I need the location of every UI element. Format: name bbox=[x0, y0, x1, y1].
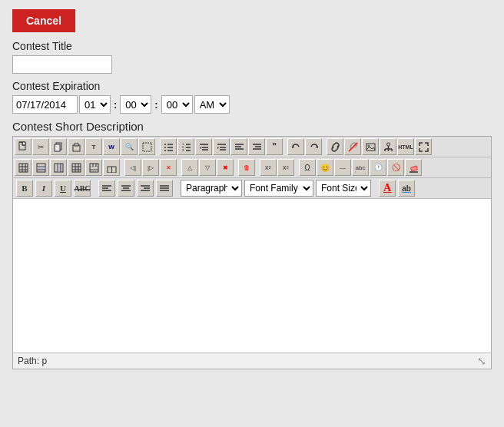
tb-select-all-btn[interactable] bbox=[138, 138, 155, 155]
tb-delete-table-btn[interactable]: 🗑 bbox=[238, 159, 255, 176]
tb-anchor-btn[interactable] bbox=[380, 138, 396, 155]
svg-point-10 bbox=[164, 144, 166, 145]
font-family-select[interactable]: Font Family Arial Courier New Georgia Ti… bbox=[244, 180, 313, 197]
tb-cut-btn[interactable]: ✂ bbox=[32, 138, 49, 155]
contest-expiration-group: Contest Expiration 01020304 05060708 091… bbox=[12, 80, 492, 114]
editor-path-text: Path: p bbox=[18, 356, 47, 366]
svg-point-12 bbox=[164, 150, 166, 151]
cancel-button[interactable]: Cancel bbox=[12, 9, 75, 32]
tb-paste-word-btn[interactable]: W bbox=[103, 138, 120, 155]
italic-btn[interactable]: I bbox=[35, 180, 52, 197]
paragraph-format-select[interactable]: Paragraph Heading 1 Heading 2 Heading 3 bbox=[181, 180, 242, 197]
tb-special-char-btn[interactable]: Ω bbox=[299, 159, 316, 176]
tb-table-row-btn[interactable] bbox=[32, 159, 49, 176]
svg-rect-60 bbox=[75, 167, 78, 170]
contest-title-label: Contest Title bbox=[12, 40, 492, 52]
tb-blockquote-btn[interactable]: " bbox=[266, 138, 283, 155]
toolbar-sep-7 bbox=[256, 160, 259, 175]
tb-link-btn[interactable] bbox=[327, 138, 343, 155]
strikethrough-btn[interactable]: ABC bbox=[74, 180, 91, 197]
bg-color-btn[interactable]: ab bbox=[398, 180, 415, 197]
tb-outdent-btn[interactable] bbox=[195, 138, 212, 155]
toolbar-sep-1 bbox=[156, 139, 159, 154]
tb-find-btn[interactable]: 🔍 bbox=[121, 138, 138, 155]
tb-clear-format-btn[interactable]: 🚫 bbox=[387, 159, 404, 176]
tb-spellcheck-btn[interactable]: abc bbox=[352, 159, 369, 176]
svg-rect-72 bbox=[410, 166, 417, 171]
svg-text:3.: 3. bbox=[182, 148, 184, 152]
tb-paste-btn[interactable] bbox=[68, 138, 85, 155]
tb-clock-btn[interactable]: 🕐 bbox=[370, 159, 386, 176]
contest-title-group: Contest Title bbox=[12, 40, 492, 74]
svg-rect-39 bbox=[366, 144, 375, 151]
tb-align-right-btn[interactable] bbox=[248, 138, 265, 155]
svg-rect-6 bbox=[55, 144, 60, 151]
tb-copy-btn[interactable] bbox=[50, 138, 67, 155]
tb-hr-btn[interactable]: — bbox=[334, 159, 351, 176]
tb-row-after-btn[interactable]: ▽ bbox=[199, 159, 216, 176]
cancel-button-wrapper: Cancel bbox=[12, 9, 492, 40]
svg-point-11 bbox=[164, 147, 166, 148]
tb-delete-row-btn[interactable]: ✖ bbox=[217, 159, 234, 176]
tb-align-left-btn[interactable] bbox=[230, 138, 247, 155]
tb-delete-col-btn[interactable]: ✕ bbox=[160, 159, 177, 176]
tb-table-btn[interactable] bbox=[15, 159, 32, 176]
resize-handle[interactable]: ⤡ bbox=[477, 355, 486, 367]
tb-image-btn[interactable] bbox=[362, 138, 379, 155]
toolbar-sep-3 bbox=[323, 139, 326, 154]
toolbar-sep-4 bbox=[121, 160, 124, 175]
format-row: B I U ABC Paragraph Heading 1 Heading 2 … bbox=[13, 178, 491, 199]
editor-content-area[interactable] bbox=[13, 199, 491, 353]
toolbar-row-1: ✂ T W 🔍 1. 2. 3. bbox=[13, 137, 491, 157]
contest-expiration-label: Contest Expiration bbox=[12, 80, 492, 92]
tb-merge-cells-btn[interactable] bbox=[85, 159, 102, 176]
expiration-minute-select[interactable]: 00051015 20253035 40455055 bbox=[120, 95, 151, 114]
tb-superscript-btn[interactable]: x2 bbox=[277, 159, 294, 176]
svg-rect-8 bbox=[75, 144, 78, 146]
font-color-btn[interactable]: A bbox=[379, 180, 396, 197]
tb-fullscreen-btn[interactable] bbox=[415, 138, 432, 155]
expiration-ampm-select[interactable]: AMPM bbox=[194, 95, 230, 114]
font-size-select[interactable]: Font Size 8pt 10pt 12pt 14pt 18pt 24pt bbox=[316, 180, 371, 197]
tb-undo-btn[interactable] bbox=[287, 138, 304, 155]
tb-split-cells-btn[interactable] bbox=[103, 159, 120, 176]
tb-new-doc-btn[interactable] bbox=[15, 138, 32, 155]
expiration-second-select[interactable]: 00051015 20253035 40455055 bbox=[161, 95, 193, 114]
underline-btn[interactable]: U bbox=[55, 180, 71, 197]
tb-emoji-btn[interactable]: 😊 bbox=[317, 159, 333, 176]
svg-marker-25 bbox=[200, 147, 201, 149]
colon-separator-2: : bbox=[153, 99, 159, 111]
tb-redo-btn[interactable] bbox=[305, 138, 322, 155]
svg-marker-29 bbox=[217, 147, 219, 149]
svg-point-41 bbox=[386, 143, 390, 146]
expiration-row: 01020304 05060708 09101112 : 00051015 20… bbox=[12, 95, 492, 114]
tb-unlink-btn[interactable] bbox=[344, 138, 361, 155]
bold-btn[interactable]: B bbox=[16, 180, 33, 197]
editor-path-bar: Path: p ⤡ bbox=[13, 353, 491, 369]
align-center-btn[interactable] bbox=[118, 180, 134, 197]
path-label: Path: bbox=[18, 356, 39, 366]
toolbar-sep-5 bbox=[177, 160, 181, 175]
svg-rect-46 bbox=[19, 164, 28, 172]
tb-html-btn[interactable]: HTML bbox=[397, 138, 414, 155]
path-value[interactable]: p bbox=[41, 356, 47, 366]
align-right-btn[interactable] bbox=[137, 180, 154, 197]
expiration-hour-select[interactable]: 01020304 05060708 09101112 bbox=[79, 95, 111, 114]
toolbar-sep-8 bbox=[295, 160, 298, 175]
tb-paste-text-btn[interactable]: T bbox=[85, 138, 102, 155]
tb-table-col-btn[interactable] bbox=[50, 159, 67, 176]
expiration-date-input[interactable] bbox=[12, 95, 78, 114]
tb-col-before-btn[interactable]: ◁| bbox=[124, 159, 141, 176]
contest-title-input[interactable] bbox=[12, 55, 112, 74]
svg-rect-57 bbox=[58, 164, 61, 172]
tb-indent-btn[interactable] bbox=[213, 138, 230, 155]
tb-col-after-btn[interactable]: |▷ bbox=[142, 159, 159, 176]
align-left-btn[interactable] bbox=[98, 180, 115, 197]
tb-row-before-btn[interactable]: △ bbox=[181, 159, 198, 176]
tb-subscript-btn[interactable]: x2 bbox=[260, 159, 277, 176]
tb-eraser-btn[interactable] bbox=[405, 159, 422, 176]
tb-unordered-list-btn[interactable] bbox=[160, 138, 177, 155]
tb-table-cell-btn[interactable] bbox=[68, 159, 85, 176]
justify-btn[interactable] bbox=[156, 180, 173, 197]
tb-ordered-list-btn[interactable]: 1. 2. 3. bbox=[177, 138, 194, 155]
